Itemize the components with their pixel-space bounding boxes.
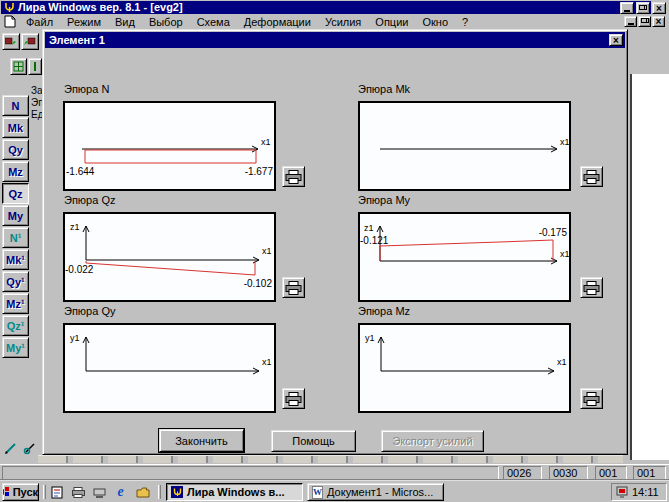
minimize-button[interactable]: [620, 2, 634, 14]
menu-item-view[interactable]: Вид: [108, 15, 142, 29]
child-minimize-button[interactable]: [624, 16, 637, 27]
value-left: -0.121: [360, 235, 389, 246]
application-window: Лира Windows вер. 8.1 - [evg2] × Файл Ре…: [0, 0, 669, 502]
quicklaunch-folder-button[interactable]: [134, 484, 152, 500]
x-axis-label: x1: [560, 249, 569, 259]
toolbar-element-button[interactable]: [28, 58, 42, 75]
minimize-icon: [624, 10, 630, 12]
start-button[interactable]: Пуск: [2, 483, 39, 501]
clock: 14:11: [632, 486, 659, 498]
print-chart-qy-button[interactable]: [282, 388, 305, 409]
status-cell-2: 001: [595, 466, 627, 480]
value-right: -1.677: [245, 166, 274, 177]
start-label: Пуск: [13, 486, 38, 498]
chart-label-mk: Эпюра Mk: [358, 83, 410, 95]
menu-item-mode[interactable]: Режим: [60, 15, 108, 29]
node-tool-button[interactable]: [21, 439, 39, 456]
bottom-toolbar-strip: [38, 455, 623, 463]
menu-item-window[interactable]: Окно: [415, 15, 455, 29]
quicklaunch-ie-button[interactable]: e: [112, 483, 129, 500]
dialog-title: Элемент 1: [49, 34, 105, 46]
toolbar-button-mz[interactable]: Mz: [2, 161, 29, 182]
book-icon: [5, 37, 17, 47]
toolbar-button-my[interactable]: My: [2, 205, 29, 226]
system-tray[interactable]: 14:11: [611, 483, 667, 501]
close-icon: ×: [613, 35, 619, 46]
dialog-titlebar[interactable]: Элемент 1: [45, 32, 625, 48]
print-chart-n-button[interactable]: [282, 166, 305, 187]
x-axis-label: x1: [262, 357, 272, 367]
diagram-line: [380, 240, 553, 261]
toolbar-button-qz1[interactable]: Qz¹: [2, 315, 29, 336]
main-titlebar[interactable]: Лира Windows вер. 8.1 - [evg2]: [1, 1, 651, 14]
quicklaunch-notes-button[interactable]: [49, 484, 66, 500]
toolbar-scheme-button[interactable]: [10, 58, 27, 75]
quicklaunch-printer-button[interactable]: [70, 484, 87, 500]
close-button[interactable]: ×: [652, 2, 666, 14]
taskbar-grip[interactable]: [43, 485, 46, 499]
toolbar-button-qy[interactable]: Qy: [2, 139, 29, 160]
toolbar-button-mk1[interactable]: Mk¹: [2, 249, 29, 270]
toolbar-button-n1[interactable]: N¹: [2, 227, 29, 248]
menu-item-scheme[interactable]: Схема: [190, 15, 237, 29]
help-button[interactable]: Помощь: [271, 430, 356, 452]
printer-icon: [72, 487, 85, 498]
node-arrow-icon: [23, 441, 37, 455]
chart-label-qy: Эпюра Qy: [64, 305, 115, 317]
x-axis-label: x1: [262, 246, 272, 256]
print-chart-mz-button[interactable]: [580, 388, 603, 409]
print-chart-my-button[interactable]: [580, 277, 603, 298]
toolbar-open-result-button[interactable]: [2, 33, 20, 50]
close-icon: ×: [656, 16, 662, 27]
chart-label-qz: Эпюра Qz: [64, 194, 115, 206]
toolbar-button-mz1[interactable]: Mz¹: [2, 293, 29, 314]
chart-canvas-mz: y1 x1: [358, 323, 571, 413]
dialog-close-button[interactable]: ×: [609, 34, 623, 46]
task-label: Лира Windows в...: [187, 486, 285, 498]
print-chart-qz-button[interactable]: [282, 277, 305, 298]
printer-icon: [285, 170, 302, 184]
chart-label-mz: Эпюра Mz: [358, 305, 410, 317]
menu-item-select[interactable]: Выбор: [142, 15, 190, 29]
child-close-button[interactable]: ×: [652, 16, 665, 27]
finish-button[interactable]: Закончить: [159, 429, 244, 452]
pen-tool-button[interactable]: [2, 439, 20, 456]
toolbar-button-qy1[interactable]: Qy¹: [2, 271, 29, 292]
mdi-document-icon[interactable]: [4, 15, 16, 30]
toolbar-button-qz[interactable]: Qz: [2, 183, 29, 204]
toolbar-button-my1[interactable]: My¹: [2, 337, 29, 358]
y-axis-label: y1: [70, 333, 80, 343]
toolbar-button-mk[interactable]: Mk: [2, 117, 29, 138]
task-button-lira[interactable]: Лира Windows в...: [166, 483, 303, 501]
hidden-window-text-fragments: Зап Эпю Еди: [31, 85, 42, 125]
printer-icon: [583, 281, 600, 295]
taskbar: Пуск e Лира Windows в... W: [0, 480, 669, 502]
taskbar-grip[interactable]: [158, 485, 161, 499]
lyre-icon: [171, 486, 183, 498]
folder-icon: [136, 487, 150, 498]
word-document-icon: W: [312, 486, 323, 499]
printer-icon: [285, 392, 302, 406]
menu-item-options[interactable]: Опции: [368, 15, 415, 29]
chart-label-n: Эпюра N: [64, 83, 109, 95]
value-left: -0.022: [65, 264, 94, 275]
menu-item-deformations[interactable]: Деформации: [237, 15, 318, 29]
menu-item-forces[interactable]: Усилия: [318, 15, 368, 29]
task-button-word[interactable]: W Документ1 - Micros...: [307, 483, 444, 501]
menu-item-file[interactable]: Файл: [19, 15, 60, 29]
tray-scheduler-icon: [616, 486, 628, 498]
restore-button[interactable]: [636, 2, 650, 14]
minimize-icon: [628, 23, 634, 25]
toolbar-export-result-button[interactable]: [21, 33, 39, 50]
frame-icon: [13, 61, 24, 72]
x-axis-label: x1: [560, 137, 569, 147]
y-axis-label: y1: [365, 333, 375, 343]
toolbar-button-n[interactable]: N: [2, 95, 29, 116]
quicklaunch-desktop-button[interactable]: [91, 484, 108, 500]
status-cell-0: 0026: [503, 466, 542, 480]
child-restore-button[interactable]: [638, 16, 651, 27]
print-chart-mk-button[interactable]: [580, 166, 603, 187]
menu-item-help[interactable]: ?: [455, 15, 475, 29]
x-axis-label: x1: [261, 137, 271, 147]
restore-icon: [639, 5, 647, 12]
